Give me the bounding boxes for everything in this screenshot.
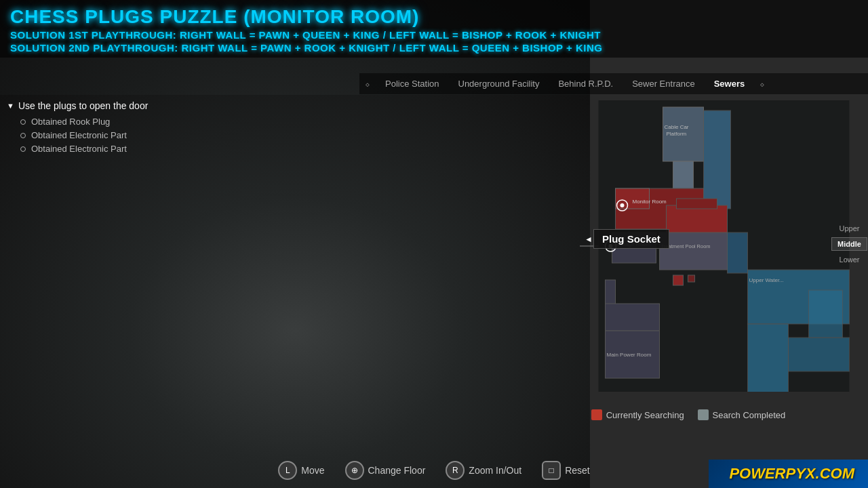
map-legend: Currently Searching Search Completed <box>509 409 868 420</box>
floor-middle[interactable]: Middle <box>831 237 867 251</box>
control-icon-reset: □ <box>542 461 561 480</box>
tab-underground-facility[interactable]: Underground Facility <box>449 76 549 92</box>
plug-socket-label: Plug Socket <box>602 233 660 245</box>
svg-rect-16 <box>677 199 717 209</box>
svg-rect-28 <box>688 275 695 282</box>
tab-police-station[interactable]: Police Station <box>376 76 449 92</box>
svg-rect-27 <box>673 275 684 285</box>
nav-right-icon: ⬦ <box>754 76 770 92</box>
tab-sewers[interactable]: Sewers <box>705 76 755 92</box>
floor-selector: Upper Middle Lower <box>831 100 868 266</box>
powerpyx-highlight: POWER <box>729 465 785 482</box>
legend-box-searching <box>591 409 602 420</box>
svg-rect-15 <box>667 205 728 232</box>
control-icon-move: L <box>278 461 297 480</box>
tab-behind-rpd[interactable]: Behind R.P.D. <box>549 76 623 92</box>
control-move-label: Move <box>301 465 324 476</box>
title-bar: CHESS PLUGS PUZZLE (MONITOR ROOM) SOLUTI… <box>0 0 868 58</box>
control-change-floor: ⊕ Change Floor <box>345 461 426 480</box>
svg-text:Upper Water...: Upper Water... <box>749 277 784 283</box>
legend-completed-label: Search Completed <box>713 410 786 420</box>
svg-rect-19 <box>606 304 660 331</box>
solution-line-1: SOLUTION 1ST PLAYTHROUGH: RIGHT WALL = P… <box>10 28 858 42</box>
svg-rect-24 <box>789 338 850 371</box>
plug-socket-tooltip: Plug Socket <box>593 229 669 249</box>
control-move: L Move <box>278 461 324 480</box>
objective-circle-1 <box>20 119 26 125</box>
svg-text:Cable Car: Cable Car <box>665 124 689 130</box>
svg-rect-5 <box>704 110 731 209</box>
nav-tabs: ⬦ Police Station Underground Facility Be… <box>359 73 868 94</box>
solution-line-2: SOLUTION 2ND PLAYTHROUGH: RIGHT WALL = P… <box>10 41 858 55</box>
objective-sub-3: Obtained Electronic Part <box>20 144 244 154</box>
svg-text:Main Power Room: Main Power Room <box>607 352 652 358</box>
svg-point-9 <box>620 203 625 207</box>
control-reset: □ Reset <box>542 461 590 480</box>
control-reset-label: Reset <box>565 465 590 476</box>
control-change-floor-label: Change Floor <box>368 465 426 476</box>
objective-sub-1-text: Obtained Rook Plug <box>31 117 110 127</box>
powerpyx-suffix: PYX <box>786 465 816 482</box>
objective-sub-3-text: Obtained Electronic Part <box>31 144 127 154</box>
main-title: CHESS PLUGS PUZZLE (MONITOR ROOM) <box>10 5 858 28</box>
objective-circle-3 <box>20 146 26 152</box>
legend-searching: Currently Searching <box>591 409 684 420</box>
objective-sub-2: Obtained Electronic Part <box>20 130 244 140</box>
objective-circle-2 <box>20 133 26 138</box>
objectives-panel: Use the plugs to open the door Obtained … <box>7 100 244 157</box>
powerpyx-logo: POWERPYX.COM <box>709 460 868 488</box>
objective-main: Use the plugs to open the door <box>7 100 244 111</box>
floor-upper[interactable]: Upper <box>834 222 865 235</box>
control-zoom: R Zoom In/Out <box>446 461 521 480</box>
legend-completed: Search Completed <box>698 409 786 420</box>
legend-searching-label: Currently Searching <box>606 410 684 420</box>
svg-text:Monitor Room: Monitor Room <box>633 199 667 205</box>
objective-sub-1: Obtained Rook Plug <box>20 117 244 127</box>
svg-rect-17 <box>728 232 748 273</box>
tab-sewer-entrance[interactable]: Sewer Entrance <box>623 76 705 92</box>
control-icon-zoom: R <box>446 461 465 480</box>
legend-box-completed <box>698 409 709 420</box>
floor-lower[interactable]: Lower <box>834 253 865 266</box>
svg-text:Platform: Platform <box>667 131 687 137</box>
powerpyx-domain: .COM <box>816 465 854 482</box>
svg-rect-11 <box>660 232 728 270</box>
svg-rect-25 <box>809 290 843 338</box>
nav-left-icon: ⬦ <box>359 76 376 92</box>
control-zoom-label: Zoom In/Out <box>469 465 521 476</box>
control-icon-change-floor: ⊕ <box>345 461 364 480</box>
objective-sub-2-text: Obtained Electronic Part <box>31 130 127 140</box>
objective-main-text: Use the plugs to open the door <box>18 100 148 111</box>
powerpyx-text: POWERPYX.COM <box>729 465 854 482</box>
svg-rect-23 <box>748 324 789 392</box>
